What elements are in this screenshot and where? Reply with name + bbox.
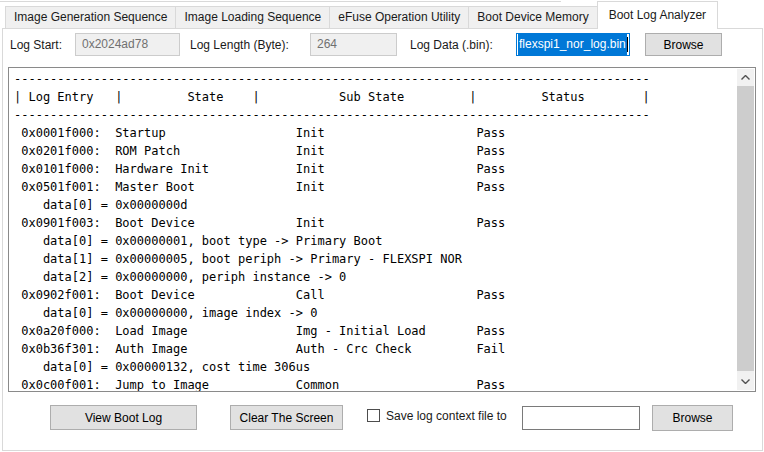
tab-image-loading-sequence[interactable]: Image Loading Sequence (175, 6, 330, 29)
tab-bar: Image Generation Sequence Image Loading … (5, 1, 717, 29)
scrollbar-thumb[interactable] (737, 86, 754, 371)
save-log-checkbox[interactable] (367, 409, 380, 422)
scroll-down-button[interactable] (737, 373, 754, 390)
boot-log-viewer[interactable]: ----------------------------------------… (8, 67, 756, 392)
save-path-input[interactable] (522, 406, 640, 430)
tab-boot-device-memory[interactable]: Boot Device Memory (468, 6, 597, 29)
clear-screen-button[interactable]: Clear The Screen (230, 405, 343, 430)
log-start-input[interactable]: 0x2024ad78 (75, 33, 180, 56)
log-start-label: Log Start: (10, 38, 62, 52)
tab-efuse-operation-utility[interactable]: eFuse Operation Utility (329, 6, 469, 29)
tab-image-generation-sequence[interactable]: Image Generation Sequence (5, 6, 176, 29)
text-caret (627, 37, 628, 52)
tab-boot-log-analyzer[interactable]: Boot Log Analyzer (597, 1, 718, 29)
log-text: ----------------------------------------… (14, 70, 733, 391)
vertical-scrollbar[interactable] (737, 69, 754, 390)
log-length-input[interactable]: 264 (310, 33, 397, 56)
chevron-up-icon (741, 75, 750, 80)
log-length-label: Log Length (Byte): (190, 38, 289, 52)
save-path-browse-button[interactable]: Browse (652, 405, 733, 431)
log-data-browse-button[interactable]: Browse (645, 33, 722, 56)
log-data-label: Log Data (.bin): (410, 38, 493, 52)
scroll-up-button[interactable] (737, 69, 754, 86)
save-log-checkbox-label: Save log context file to (386, 409, 507, 423)
log-parameters-row: Log Start: 0x2024ad78 Log Length (Byte):… (0, 33, 764, 59)
chevron-down-icon (741, 379, 750, 384)
log-data-input[interactable]: flexspi1_nor_log.bin (516, 33, 630, 56)
view-boot-log-button[interactable]: View Boot Log (50, 405, 197, 430)
log-data-selected-text: flexspi1_nor_log.bin (518, 33, 627, 56)
